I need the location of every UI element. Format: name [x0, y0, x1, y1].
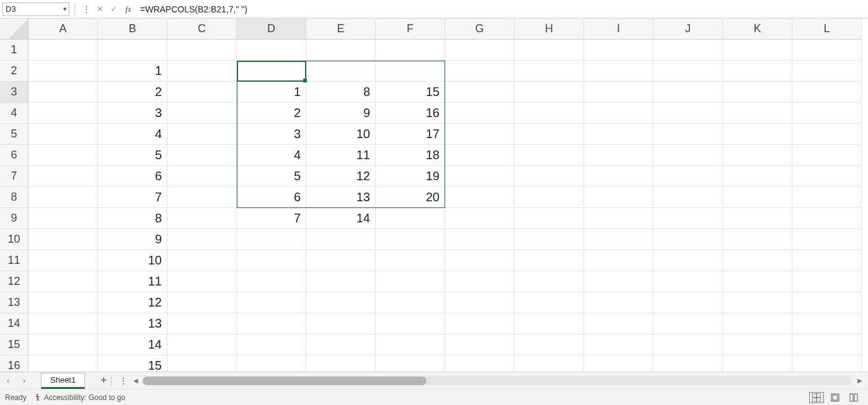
- cell[interactable]: [515, 61, 584, 82]
- row-header[interactable]: 10: [0, 229, 29, 250]
- cell[interactable]: [29, 61, 98, 82]
- cell[interactable]: [29, 334, 98, 355]
- cell[interactable]: [515, 145, 584, 166]
- cell[interactable]: [237, 313, 306, 334]
- cell[interactable]: [515, 292, 584, 313]
- cell[interactable]: [29, 124, 98, 145]
- cell[interactable]: [376, 208, 445, 229]
- cell[interactable]: [723, 250, 792, 271]
- cell[interactable]: [584, 208, 653, 229]
- more-icon[interactable]: ⋮: [80, 4, 93, 14]
- cell[interactable]: [584, 271, 653, 292]
- cell[interactable]: [237, 40, 306, 61]
- cell[interactable]: 3: [237, 124, 306, 145]
- column-header[interactable]: F: [376, 19, 445, 40]
- cell[interactable]: [653, 40, 723, 61]
- column-header[interactable]: E: [306, 19, 376, 40]
- cell[interactable]: [792, 355, 862, 372]
- cell[interactable]: [515, 313, 584, 334]
- cell[interactable]: [29, 82, 98, 103]
- cell[interactable]: [445, 334, 515, 355]
- cell[interactable]: [445, 166, 515, 187]
- cell[interactable]: [584, 124, 653, 145]
- cell[interactable]: 20: [376, 187, 445, 208]
- row-header[interactable]: 14: [0, 313, 29, 334]
- cell[interactable]: [445, 103, 515, 124]
- cell[interactable]: 5: [98, 145, 167, 166]
- name-box-input[interactable]: [3, 4, 69, 14]
- cell[interactable]: [29, 271, 98, 292]
- view-page-break-button[interactable]: [846, 392, 861, 403]
- cell[interactable]: [792, 271, 862, 292]
- cell[interactable]: [29, 292, 98, 313]
- cell[interactable]: [306, 40, 376, 61]
- cell[interactable]: [445, 208, 515, 229]
- cell[interactable]: [792, 124, 862, 145]
- cell[interactable]: 4: [98, 124, 167, 145]
- cell[interactable]: [445, 61, 515, 82]
- cell[interactable]: [653, 271, 723, 292]
- cell[interactable]: [653, 166, 723, 187]
- cell[interactable]: [792, 250, 862, 271]
- row-header[interactable]: 15: [0, 334, 29, 355]
- cell[interactable]: [653, 355, 723, 372]
- cell[interactable]: [445, 229, 515, 250]
- cell[interactable]: 15: [98, 355, 167, 372]
- cell[interactable]: 7: [98, 187, 167, 208]
- cell[interactable]: [445, 250, 515, 271]
- row-header[interactable]: 12: [0, 271, 29, 292]
- cell[interactable]: [98, 40, 167, 61]
- cell[interactable]: [376, 40, 445, 61]
- cell[interactable]: [584, 187, 653, 208]
- cell[interactable]: [167, 187, 237, 208]
- cell[interactable]: [445, 187, 515, 208]
- cell[interactable]: [584, 103, 653, 124]
- cell[interactable]: [515, 355, 584, 372]
- cell[interactable]: [792, 334, 862, 355]
- cell[interactable]: [445, 271, 515, 292]
- sheet-tab-active[interactable]: Sheet1: [41, 373, 85, 389]
- cell[interactable]: [584, 250, 653, 271]
- cell[interactable]: [653, 208, 723, 229]
- cell[interactable]: [792, 313, 862, 334]
- row-header[interactable]: 16: [0, 355, 29, 372]
- column-header[interactable]: I: [584, 19, 653, 40]
- cell[interactable]: 6: [237, 187, 306, 208]
- cell[interactable]: 10: [306, 124, 376, 145]
- cell[interactable]: [584, 61, 653, 82]
- cell[interactable]: [723, 40, 792, 61]
- cell[interactable]: [237, 334, 306, 355]
- cell[interactable]: [653, 82, 723, 103]
- column-header[interactable]: C: [167, 19, 237, 40]
- cell[interactable]: [29, 250, 98, 271]
- cell[interactable]: [792, 103, 862, 124]
- cell[interactable]: [584, 145, 653, 166]
- cell[interactable]: [723, 187, 792, 208]
- cell[interactable]: [723, 166, 792, 187]
- cell[interactable]: 5: [237, 166, 306, 187]
- cell[interactable]: [653, 229, 723, 250]
- cell[interactable]: [237, 292, 306, 313]
- cell[interactable]: [723, 355, 792, 372]
- cell[interactable]: [445, 124, 515, 145]
- cell[interactable]: [167, 82, 237, 103]
- cell[interactable]: 13: [98, 313, 167, 334]
- cell[interactable]: 19: [376, 166, 445, 187]
- cell[interactable]: [515, 40, 584, 61]
- cell[interactable]: [515, 124, 584, 145]
- cell[interactable]: [29, 208, 98, 229]
- cell[interactable]: [584, 334, 653, 355]
- cell[interactable]: [723, 61, 792, 82]
- cell[interactable]: 9: [98, 229, 167, 250]
- cell[interactable]: [792, 292, 862, 313]
- cell[interactable]: 18: [376, 145, 445, 166]
- row-header[interactable]: 7: [0, 166, 29, 187]
- column-header[interactable]: J: [653, 19, 723, 40]
- cells-area[interactable]: 1218153291643101754111865121976132087149…: [29, 40, 868, 372]
- cell[interactable]: [723, 103, 792, 124]
- cell[interactable]: [376, 334, 445, 355]
- cell[interactable]: [167, 166, 237, 187]
- cell[interactable]: [723, 334, 792, 355]
- cell[interactable]: [29, 40, 98, 61]
- cell[interactable]: [792, 145, 862, 166]
